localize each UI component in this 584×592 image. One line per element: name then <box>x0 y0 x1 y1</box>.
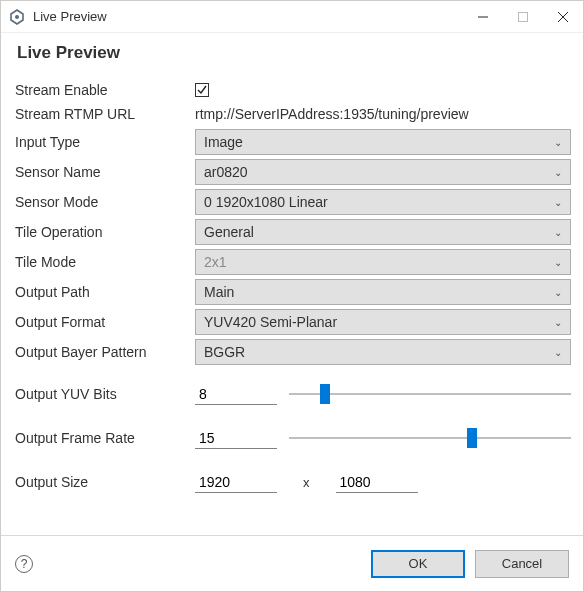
minimize-button[interactable] <box>463 1 503 33</box>
output-frame-rate-input[interactable] <box>195 428 277 449</box>
settings-panel: Stream Enable Stream RTMP URL rtmp://Ser… <box>1 79 583 521</box>
input-type-label: Input Type <box>13 134 195 150</box>
output-yuv-bits-label: Output YUV Bits <box>13 386 195 402</box>
chevron-down-icon: ⌄ <box>554 197 562 208</box>
titlebar: Live Preview <box>1 1 583 33</box>
chevron-down-icon: ⌄ <box>554 317 562 328</box>
sensor-name-label: Sensor Name <box>13 164 195 180</box>
svg-point-1 <box>15 15 19 19</box>
output-size-separator: x <box>303 475 310 490</box>
stream-enable-checkbox[interactable] <box>195 83 209 97</box>
tile-mode-label: Tile Mode <box>13 254 195 270</box>
app-icon <box>9 9 25 25</box>
chevron-down-icon: ⌄ <box>554 347 562 358</box>
sensor-name-select[interactable]: ar0820 ⌄ <box>195 159 571 185</box>
help-icon[interactable]: ? <box>15 555 33 573</box>
chevron-down-icon: ⌄ <box>554 257 562 268</box>
output-size-label: Output Size <box>13 474 195 490</box>
chevron-down-icon: ⌄ <box>554 137 562 148</box>
input-type-select[interactable]: Image ⌄ <box>195 129 571 155</box>
tile-operation-select[interactable]: General ⌄ <box>195 219 571 245</box>
ok-button[interactable]: OK <box>371 550 465 578</box>
maximize-button[interactable] <box>503 1 543 33</box>
chevron-down-icon: ⌄ <box>554 227 562 238</box>
close-button[interactable] <box>543 1 583 33</box>
cancel-button[interactable]: Cancel <box>475 550 569 578</box>
output-path-label: Output Path <box>13 284 195 300</box>
slider-thumb[interactable] <box>467 428 477 448</box>
output-yuv-bits-input[interactable] <box>195 384 277 405</box>
page-title: Live Preview <box>1 33 583 79</box>
output-path-select[interactable]: Main ⌄ <box>195 279 571 305</box>
chevron-down-icon: ⌄ <box>554 287 562 298</box>
dialog-footer: ? OK Cancel <box>1 535 583 591</box>
stream-rtmp-url-label: Stream RTMP URL <box>13 106 195 122</box>
output-format-select[interactable]: YUV420 Semi-Planar ⌄ <box>195 309 571 335</box>
output-format-label: Output Format <box>13 314 195 330</box>
output-frame-rate-slider[interactable] <box>289 428 571 448</box>
sensor-mode-select[interactable]: 0 1920x1080 Linear ⌄ <box>195 189 571 215</box>
output-bayer-pattern-label: Output Bayer Pattern <box>13 344 195 360</box>
window-title: Live Preview <box>33 9 463 24</box>
sensor-mode-label: Sensor Mode <box>13 194 195 210</box>
output-size-width-input[interactable] <box>195 472 277 493</box>
svg-rect-3 <box>519 12 528 21</box>
slider-thumb[interactable] <box>320 384 330 404</box>
output-frame-rate-label: Output Frame Rate <box>13 430 195 446</box>
output-size-height-input[interactable] <box>336 472 418 493</box>
stream-enable-label: Stream Enable <box>13 82 195 98</box>
output-bayer-pattern-select[interactable]: BGGR ⌄ <box>195 339 571 365</box>
chevron-down-icon: ⌄ <box>554 167 562 178</box>
tile-operation-label: Tile Operation <box>13 224 195 240</box>
output-yuv-bits-slider[interactable] <box>289 384 571 404</box>
tile-mode-select: 2x1 ⌄ <box>195 249 571 275</box>
stream-rtmp-url-value[interactable]: rtmp://ServerIPAddress:1935/tuning/previ… <box>195 106 469 122</box>
